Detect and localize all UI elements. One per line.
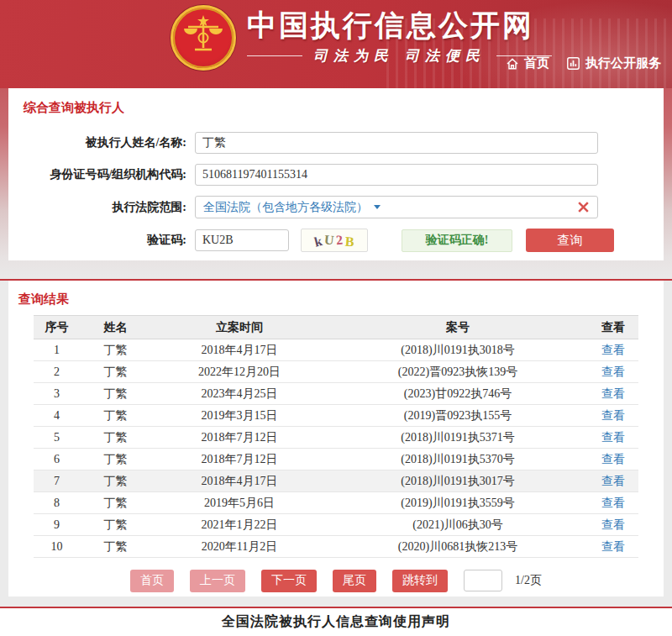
cell-view: 查看 (588, 536, 638, 558)
search-button[interactable]: 查询 (526, 229, 614, 252)
name-input[interactable] (195, 132, 598, 154)
table-row: 8 丁繁 2019年5月6日 (2019)川0191执3559号 查看 (34, 492, 638, 514)
chevron-down-icon (374, 205, 381, 209)
clear-selection-icon[interactable] (576, 200, 591, 214)
table-row: 6 丁繁 2018年7月12日 (2018)川0191执5370号 查看 (34, 449, 638, 470)
col-header-name: 姓名 (80, 316, 151, 339)
site-header: 中国执行信息公开网 司法为民 司法便民 首页 执行公开服务 (0, 0, 672, 88)
cell-name: 丁繁 (80, 470, 151, 492)
page-indicator: 1/2页 (515, 573, 542, 588)
captcha-char: B (345, 235, 355, 250)
id-field-label: 身份证号码/组织机构代码: (8, 167, 186, 182)
prev-page-button[interactable]: 上一页 (190, 570, 245, 592)
table-row: 10 丁繁 2020年11月2日 (2020)川0681执恢213号 查看 (34, 536, 638, 558)
col-header-date: 立案时间 (151, 316, 328, 339)
cell-case-number: (2021)川06执30号 (328, 514, 588, 536)
nav-home-label: 首页 (524, 55, 549, 71)
view-detail-link[interactable]: 查看 (601, 387, 625, 400)
cell-name: 丁繁 (80, 405, 151, 427)
cell-filing-date: 2022年12月20日 (151, 361, 328, 383)
cell-index: 5 (34, 427, 80, 449)
nav-service-link[interactable]: 执行公开服务 (566, 55, 661, 71)
name-field-label: 被执行人姓名/名称: (8, 135, 186, 150)
table-row: 2 丁繁 2022年12月20日 (2022)晋0923执恢139号 查看 (34, 361, 638, 383)
view-detail-link[interactable]: 查看 (601, 518, 625, 531)
view-detail-link[interactable]: 查看 (601, 431, 625, 444)
nav-home-link[interactable]: 首页 (506, 55, 549, 71)
cell-case-number: (2022)晋0923执恢139号 (328, 361, 588, 383)
captcha-status-badge: 验证码正确! (402, 229, 512, 252)
cell-index: 10 (34, 536, 80, 558)
table-row: 7 丁繁 2018年4月17日 (2018)川0191执3017号 查看 (34, 470, 638, 492)
cell-filing-date: 2021年1月22日 (151, 514, 328, 536)
cell-index: 6 (34, 449, 80, 470)
view-detail-link[interactable]: 查看 (601, 497, 625, 509)
cell-view: 查看 (588, 492, 638, 514)
cell-case-number: (2023)甘0922执746号 (328, 383, 588, 405)
id-number-input[interactable] (195, 164, 598, 186)
id-field-row: 身份证号码/组织机构代码: (8, 164, 664, 186)
view-detail-link[interactable]: 查看 (601, 409, 625, 422)
cell-view: 查看 (588, 361, 638, 383)
results-card: 查询结果 序号 姓名 立案时间 案号 查看 1 丁繁 2018年4月17日 (2… (8, 281, 664, 597)
cell-view: 查看 (588, 339, 638, 361)
results-section-title: 查询结果 (18, 292, 664, 307)
cell-filing-date: 2019年3月15日 (151, 405, 328, 427)
cell-case-number: (2019)晋0923执155号 (328, 405, 588, 427)
site-brand: 中国执行信息公开网 司法为民 司法便民 (171, 5, 552, 71)
nav-service-label: 执行公开服务 (585, 55, 661, 71)
cell-view: 查看 (588, 470, 638, 492)
pagination: 首页 上一页 下一页 尾页 跳转到 1/2页 (8, 570, 664, 592)
court-field-row: 执行法院范围: 全国法院（包含地方各级法院） (8, 196, 664, 218)
cell-name: 丁繁 (80, 383, 151, 405)
bar-chart-icon (566, 56, 580, 71)
cell-index: 4 (34, 405, 80, 427)
cell-filing-date: 2018年4月17日 (151, 339, 328, 361)
justice-scale-icon (181, 14, 225, 61)
cell-filing-date: 2018年7月12日 (151, 449, 328, 470)
view-detail-link[interactable]: 查看 (601, 475, 625, 487)
captcha-char: U (323, 233, 334, 247)
court-scope-select[interactable]: 全国法院（包含地方各级法院） (195, 196, 598, 218)
first-page-button[interactable]: 首页 (130, 570, 174, 592)
captcha-input[interactable] (195, 229, 289, 251)
name-field-row: 被执行人姓名/名称: (8, 132, 664, 154)
cell-case-number: (2018)川0191执5371号 (328, 427, 588, 449)
cell-index: 8 (34, 492, 80, 514)
view-detail-link[interactable]: 查看 (601, 365, 625, 378)
cell-index: 7 (34, 470, 80, 492)
section-gap (0, 597, 672, 607)
cell-name: 丁繁 (80, 514, 151, 536)
captcha-image[interactable]: k U 2 B (301, 229, 368, 252)
next-page-button[interactable]: 下一页 (261, 570, 317, 592)
cell-name: 丁繁 (80, 536, 151, 558)
cell-view: 查看 (588, 405, 638, 427)
jump-to-button[interactable]: 跳转到 (392, 570, 448, 592)
cell-index: 1 (34, 339, 80, 361)
table-row: 1 丁繁 2018年4月17日 (2018)川0191执3018号 查看 (34, 339, 638, 361)
query-form-card: 综合查询被执行人 被执行人姓名/名称: 身份证号码/组织机构代码: 执行法院范围… (8, 88, 664, 260)
view-detail-link[interactable]: 查看 (601, 540, 625, 553)
cell-index: 2 (34, 361, 80, 383)
cell-name: 丁繁 (80, 449, 151, 470)
court-emblem-logo (171, 5, 236, 71)
cell-index: 3 (34, 383, 80, 405)
results-table: 序号 姓名 立案时间 案号 查看 1 丁繁 2018年4月17日 (2018)川… (34, 315, 638, 558)
cell-view: 查看 (588, 427, 638, 449)
table-row: 4 丁繁 2019年3月15日 (2019)晋0923执155号 查看 (34, 405, 638, 427)
cell-name: 丁繁 (80, 339, 151, 361)
view-detail-link[interactable]: 查看 (601, 453, 625, 465)
view-detail-link[interactable]: 查看 (601, 344, 625, 356)
table-row: 5 丁繁 2018年7月12日 (2018)川0191执5371号 查看 (34, 427, 638, 449)
last-page-button[interactable]: 尾页 (333, 570, 376, 592)
home-icon (506, 57, 519, 71)
footer-statement-title: 全国法院被执行人信息查询使用声明 (222, 613, 450, 631)
court-scope-value: 全国法院（包含地方各级法院） (203, 200, 368, 215)
footer: 全国法院被执行人信息查询使用声明 (0, 608, 672, 636)
top-nav: 首页 执行公开服务 (506, 55, 661, 71)
court-field-label: 执行法院范围: (8, 200, 186, 215)
col-header-view: 查看 (588, 316, 638, 339)
query-section-title: 综合查询被执行人 (24, 100, 664, 116)
jump-page-input[interactable] (464, 570, 502, 591)
captcha-field-row: 验证码: k U 2 B 验证码正确! 查询 (8, 229, 664, 252)
